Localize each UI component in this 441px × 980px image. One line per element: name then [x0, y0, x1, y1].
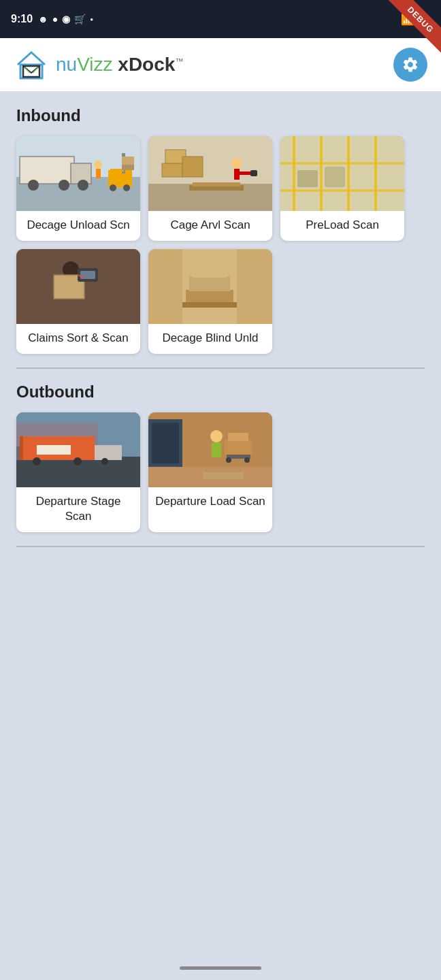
- svg-point-9: [28, 180, 39, 191]
- svg-rect-32: [193, 182, 240, 186]
- svg-point-80: [244, 457, 250, 463]
- tile-label-decage-blind: Decage Blind Unld: [148, 324, 272, 354]
- app-header: nuVizz xDock™: [0, 38, 441, 93]
- tile-image-preload: [280, 136, 404, 211]
- main-content: Inbound: [0, 93, 441, 574]
- svg-point-18: [123, 184, 130, 191]
- tile-decage-blind[interactable]: Decage Blind Unld: [148, 249, 272, 354]
- tile-claims-sort[interactable]: Claims Sort & Scan: [16, 249, 140, 354]
- svg-rect-7: [20, 157, 74, 184]
- tile-image-departure-load: [148, 412, 272, 487]
- home-indicator: [180, 966, 261, 970]
- tile-image-departure-stage: [16, 412, 140, 487]
- outbound-section: Outbound: [16, 382, 425, 532]
- svg-rect-19: [122, 157, 134, 165]
- status-bar: 9:10 ☻ ● ◉ 🛒 ● 📶 🔋 DEBUG: [0, 0, 441, 38]
- outbound-bottom-divider: [16, 546, 425, 547]
- logo-vizz: Vizz: [77, 54, 112, 75]
- svg-rect-26: [182, 157, 203, 177]
- location-icon: ◉: [62, 14, 70, 24]
- svg-rect-28: [234, 169, 240, 180]
- svg-line-3: [33, 67, 38, 73]
- tile-image-cage-arvl: [148, 136, 272, 211]
- svg-point-10: [59, 180, 69, 191]
- svg-rect-65: [20, 436, 23, 460]
- svg-rect-82: [228, 433, 248, 441]
- tile-departure-load[interactable]: Departure Load Scan: [148, 412, 272, 532]
- inbound-outbound-divider: [16, 368, 425, 369]
- tile-label-cage-arvl: Cage Arvl Scan: [148, 211, 272, 241]
- svg-point-27: [231, 158, 242, 169]
- time-display: 9:10: [11, 13, 33, 25]
- logo-xdock: xDock: [118, 54, 175, 75]
- svg-point-12: [94, 161, 102, 169]
- logo-icon: [14, 47, 49, 82]
- status-icons: ☻ ● ◉ 🛒 ●: [38, 14, 93, 24]
- svg-rect-57: [193, 264, 227, 278]
- svg-rect-41: [297, 170, 318, 187]
- svg-rect-29: [240, 172, 252, 175]
- tile-label-departure-stage: Departure Stage Scan: [16, 487, 140, 532]
- svg-rect-67: [95, 445, 122, 460]
- logo-container: nuVizz xDock™: [14, 47, 183, 82]
- inbound-title: Inbound: [16, 106, 425, 125]
- svg-point-68: [33, 457, 41, 466]
- svg-rect-54: [237, 249, 272, 324]
- bottom-bar: [0, 956, 441, 980]
- svg-point-79: [226, 457, 231, 463]
- tile-label-preload: PreLoad Scan: [280, 211, 404, 241]
- inbound-section: Inbound: [16, 106, 425, 354]
- svg-rect-55: [186, 290, 233, 304]
- tile-image-decage-blind: [148, 249, 272, 324]
- svg-point-76: [210, 430, 223, 442]
- tile-label-decage-unload: Decage Unload Scn: [16, 211, 140, 241]
- tile-departure-stage[interactable]: Departure Stage Scan: [16, 412, 140, 532]
- tile-decage-unload[interactable]: Decage Unload Scn: [16, 136, 140, 241]
- outbound-tile-grid: Departure Stage Scan: [16, 412, 425, 532]
- gear-icon: [402, 56, 419, 74]
- circle-icon: ●: [52, 14, 58, 24]
- dot-icon: ●: [90, 16, 93, 22]
- svg-point-17: [110, 184, 116, 191]
- tile-preload[interactable]: PreLoad Scan: [280, 136, 404, 241]
- inbound-tile-grid: Decage Unload Scn: [16, 136, 425, 354]
- tile-image-decage-unload: [16, 136, 140, 211]
- logo-nu: nu: [56, 54, 77, 75]
- debug-label: DEBUG: [387, 0, 441, 54]
- svg-rect-30: [250, 170, 257, 176]
- status-bar-left: 9:10 ☻ ● ◉ 🛒 ●: [11, 13, 93, 25]
- svg-rect-58: [182, 302, 237, 308]
- svg-point-11: [78, 180, 88, 191]
- debug-ribbon: DEBUG: [387, 0, 441, 54]
- outbound-title: Outbound: [16, 382, 425, 402]
- svg-rect-75: [152, 423, 179, 463]
- svg-rect-42: [325, 167, 345, 187]
- tile-image-claims-sort: [16, 249, 140, 324]
- svg-rect-66: [37, 445, 71, 455]
- svg-rect-49: [80, 271, 95, 279]
- svg-rect-14: [108, 170, 132, 187]
- svg-rect-53: [148, 249, 182, 324]
- cart-icon: 🛒: [74, 14, 86, 24]
- logo-tm: ™: [175, 56, 183, 66]
- svg-point-69: [74, 457, 82, 466]
- svg-point-70: [101, 458, 108, 465]
- svg-rect-20: [122, 165, 134, 170]
- tile-label-departure-load: Departure Load Scan: [148, 487, 272, 517]
- svg-rect-77: [212, 442, 221, 457]
- svg-line-2: [24, 67, 30, 73]
- svg-rect-24: [162, 163, 182, 177]
- svg-rect-83: [203, 472, 244, 479]
- svg-rect-81: [225, 440, 252, 455]
- svg-rect-56: [189, 276, 230, 291]
- svg-rect-13: [96, 169, 101, 178]
- logo-text: nuVizz xDock™: [56, 54, 183, 76]
- tile-cage-arvl[interactable]: Cage Arvl Scan: [148, 136, 272, 241]
- tile-label-claims-sort: Claims Sort & Scan: [16, 324, 140, 354]
- face-icon: ☻: [38, 14, 48, 24]
